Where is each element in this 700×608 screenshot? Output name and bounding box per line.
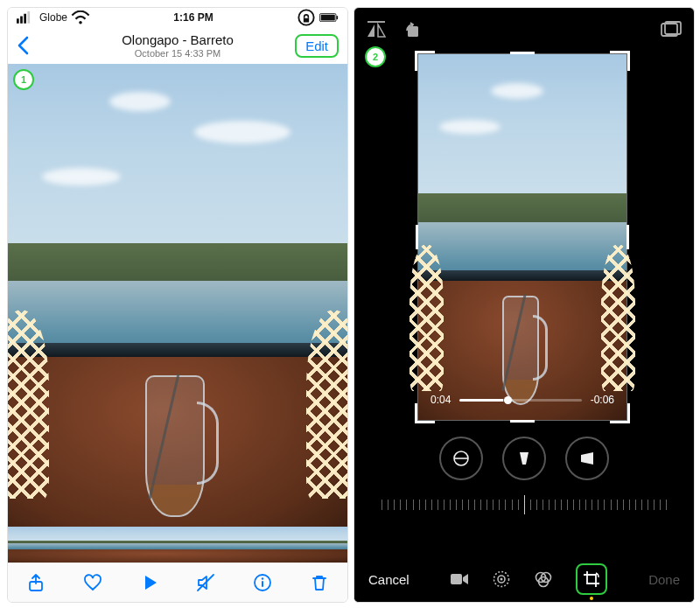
trash-icon[interactable] — [310, 573, 329, 592]
scene: 0:04 -0:06 — [417, 53, 627, 421]
carrier-label: Globe — [39, 11, 67, 24]
share-icon[interactable] — [26, 573, 46, 592]
playback-progress[interactable] — [459, 399, 581, 402]
filters-icon[interactable] — [534, 570, 553, 589]
horizontal-perspective-icon[interactable] — [565, 437, 609, 480]
edit-button[interactable]: Edit — [295, 34, 339, 58]
crop-handle-tl[interactable] — [415, 51, 435, 71]
crop-handle-br[interactable] — [610, 403, 630, 423]
status-bar: Globe 1:16 PM — [8, 8, 347, 27]
clock-label: 1:16 PM — [173, 11, 213, 24]
battery-icon — [319, 8, 339, 27]
svg-rect-0 — [17, 18, 19, 24]
play-icon[interactable] — [140, 573, 159, 592]
crop-handle-right[interactable] — [626, 225, 629, 249]
svg-rect-6 — [304, 18, 309, 23]
aspect-icon[interactable] — [661, 21, 682, 38]
svg-rect-14 — [408, 26, 418, 37]
top-tool-row — [354, 17, 694, 43]
svg-point-4 — [79, 21, 82, 24]
crop-frame[interactable]: 0:04 -0:06 — [417, 53, 627, 421]
signal-icon — [17, 8, 36, 27]
favorite-icon[interactable] — [83, 573, 102, 592]
svg-rect-8 — [321, 15, 335, 21]
info-icon[interactable] — [253, 573, 272, 592]
video-scrubber[interactable] — [8, 527, 347, 563]
perspective-tool-row — [354, 437, 694, 480]
svg-rect-2 — [24, 14, 26, 24]
crop-handle-left[interactable] — [416, 225, 418, 249]
active-mode-indicator — [590, 597, 593, 600]
video-crop-editor-screen: 2 0:04 -0:06 — [354, 7, 695, 603]
cancel-button[interactable]: Cancel — [368, 572, 410, 587]
crop-handle-bottom[interactable] — [510, 420, 535, 423]
crop-handle-tr[interactable] — [610, 51, 630, 71]
nav-bar: Olongapo - Barreto October 15 4:33 PM Ed… — [8, 27, 347, 64]
mute-icon[interactable] — [196, 573, 215, 592]
rotation-dial[interactable] — [379, 491, 669, 519]
vertical-perspective-icon[interactable] — [502, 437, 546, 480]
svg-rect-19 — [451, 574, 462, 584]
svg-point-12 — [262, 577, 263, 579]
step-badge: 2 — [365, 46, 386, 67]
step-badge: 1 — [13, 69, 34, 90]
crop-handle-bl[interactable] — [415, 403, 435, 423]
adjust-icon[interactable] — [492, 570, 511, 589]
done-button[interactable]: Done — [648, 572, 680, 587]
svg-point-5 — [298, 10, 313, 24]
orientation-lock-icon — [297, 8, 316, 27]
svg-rect-3 — [27, 11, 30, 24]
svg-point-22 — [500, 578, 503, 581]
crop-handle-top[interactable] — [510, 52, 535, 54]
bottom-toolbar — [8, 563, 347, 602]
video-icon[interactable] — [450, 572, 469, 586]
svg-rect-13 — [262, 581, 263, 587]
rotate-icon[interactable] — [402, 20, 421, 39]
flip-icon[interactable] — [367, 21, 386, 38]
playback-time-row: 0:04 -0:06 — [418, 394, 626, 406]
scene — [8, 64, 347, 536]
wifi-icon — [71, 8, 90, 27]
svg-rect-1 — [20, 17, 23, 24]
photos-detail-screen: Globe 1:16 PM Olongapo - Barreto October… — [7, 7, 348, 603]
svg-rect-9 — [336, 16, 338, 19]
video-preview[interactable]: 1 — [8, 64, 347, 536]
straighten-icon[interactable] — [439, 437, 483, 480]
crop-icon[interactable] — [576, 563, 607, 595]
editor-bottom-bar: Cancel Done — [354, 556, 694, 602]
